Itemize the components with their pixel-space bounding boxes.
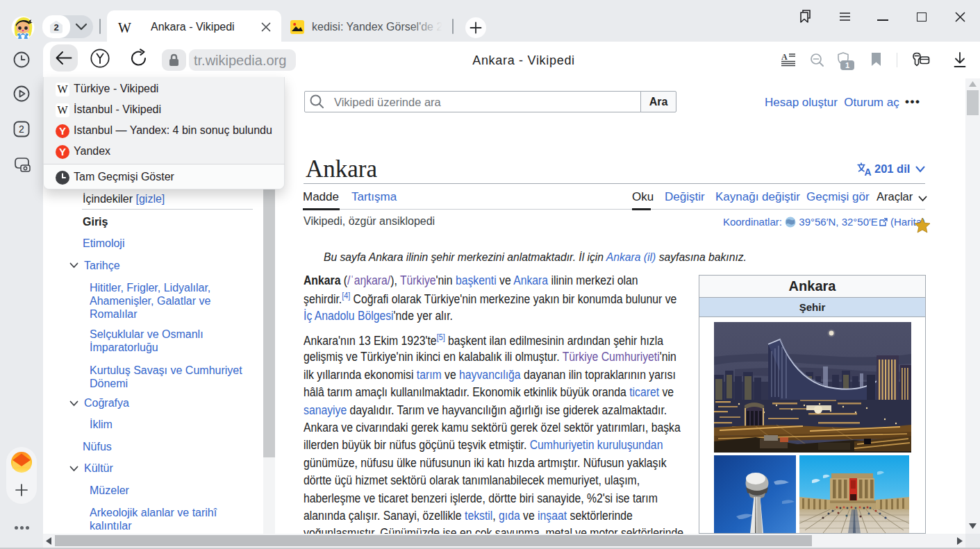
svg-text:2: 2 xyxy=(53,22,58,33)
svg-text:2: 2 xyxy=(19,124,24,135)
svg-text:A: A xyxy=(781,53,788,62)
svg-text:1: 1 xyxy=(845,61,849,69)
svg-text:A: A xyxy=(865,167,872,176)
